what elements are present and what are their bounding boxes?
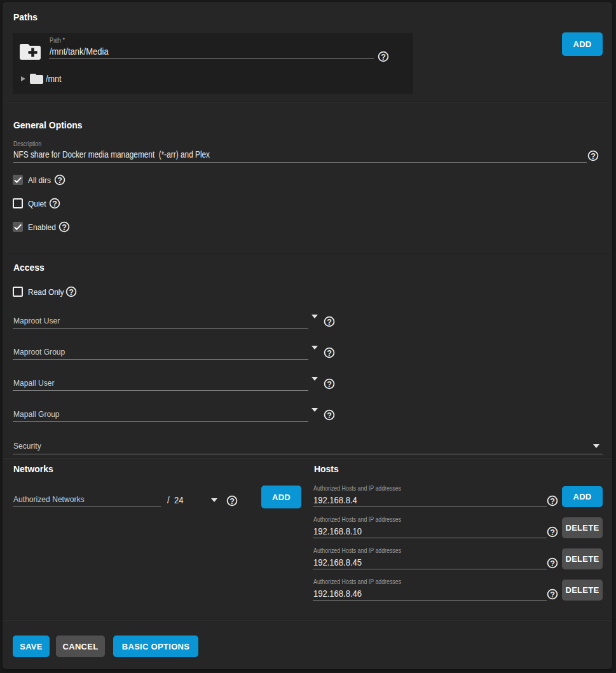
svg-text:?: ?: [327, 380, 332, 389]
svg-text:?: ?: [62, 223, 67, 232]
svg-text:?: ?: [327, 411, 332, 420]
svg-text:?: ?: [229, 497, 235, 506]
svg-text:?: ?: [550, 497, 555, 506]
svg-text:?: ?: [327, 318, 332, 327]
svg-text:?: ?: [550, 559, 555, 568]
svg-text:?: ?: [550, 590, 555, 599]
svg-text:?: ?: [381, 53, 386, 62]
svg-text:?: ?: [52, 200, 57, 208]
svg-text:?: ?: [591, 152, 596, 161]
svg-text:?: ?: [69, 288, 74, 297]
svg-text:?: ?: [327, 349, 332, 358]
svg-text:?: ?: [57, 176, 62, 185]
svg-text:?: ?: [550, 528, 555, 537]
